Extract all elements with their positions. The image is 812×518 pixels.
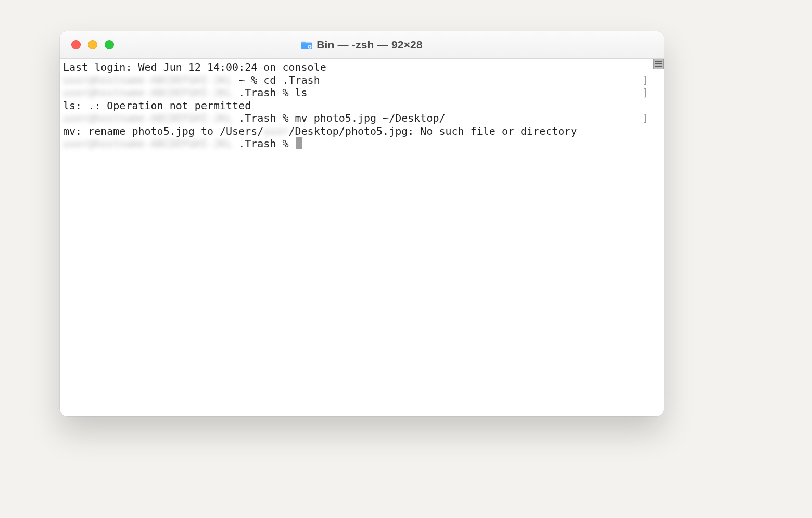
- right-bracket: ]: [642, 86, 649, 99]
- terminal-line: user@hostname-ABCDEFGHI-JKL .Trash % ls]: [63, 86, 650, 99]
- close-button[interactable]: [71, 40, 81, 49]
- titlebar: Bin — -zsh — 92×28: [60, 31, 664, 59]
- redacted-username: user: [263, 125, 288, 138]
- terminal-line: Last login: Wed Jun 12 14:00:24 on conso…: [63, 61, 650, 74]
- redacted-hostname: user@hostname-ABCDEFGHI-JKL: [63, 112, 232, 125]
- right-bracket: ]: [642, 74, 649, 87]
- prompt-text: .Trash %: [232, 137, 295, 150]
- window-title: Bin — -zsh — 92×28: [60, 38, 664, 51]
- command-text: .Trash % mv photo5.jpg ~/Desktop/: [232, 112, 445, 124]
- error-text: /Desktop/photo5.jpg: No such file or dir…: [288, 125, 577, 137]
- minimize-button[interactable]: [88, 40, 97, 49]
- redacted-hostname: user@hostname-ABCDEFGHI-JKL: [63, 74, 232, 87]
- zoom-button[interactable]: [105, 40, 114, 49]
- terminal-window: Bin — -zsh — 92×28 Last login: Wed Jun 1…: [60, 31, 664, 416]
- redacted-hostname: user@hostname-ABCDEFGHI-JKL: [63, 137, 232, 150]
- command-text: .Trash % ls: [232, 86, 308, 99]
- terminal-line: user@hostname-ABCDEFGHI-JKL .Trash %: [63, 137, 650, 150]
- login-line: Last login: Wed Jun 12 14:00:24 on conso…: [63, 61, 326, 73]
- terminal-line: user@hostname-ABCDEFGHI-JKL .Trash % mv …: [63, 112, 650, 125]
- command-text: ~ % cd .Trash: [232, 74, 320, 86]
- terminal-line: user@hostname-ABCDEFGHI-JKL ~ % cd .Tras…: [63, 74, 650, 87]
- terminal-line: ls: .: Operation not permitted: [63, 99, 650, 112]
- terminal-line: mv: rename photo5.jpg to /Users/user/Des…: [63, 125, 650, 138]
- window-controls: [71, 40, 114, 49]
- svg-point-0: [308, 45, 311, 48]
- window-title-text: Bin — -zsh — 92×28: [316, 38, 423, 51]
- terminal-output[interactable]: Last login: Wed Jun 12 14:00:24 on conso…: [60, 59, 653, 416]
- menu-icon: [655, 61, 662, 67]
- error-text: mv: rename photo5.jpg to /Users/: [63, 125, 263, 137]
- scrollbar-up-button[interactable]: [653, 59, 664, 69]
- scrollbar[interactable]: [653, 59, 664, 416]
- right-bracket: ]: [642, 112, 649, 125]
- cursor: [296, 137, 302, 149]
- folder-icon: [301, 40, 312, 49]
- error-text: ls: .: Operation not permitted: [63, 99, 251, 112]
- redacted-hostname: user@hostname-ABCDEFGHI-JKL: [63, 86, 232, 99]
